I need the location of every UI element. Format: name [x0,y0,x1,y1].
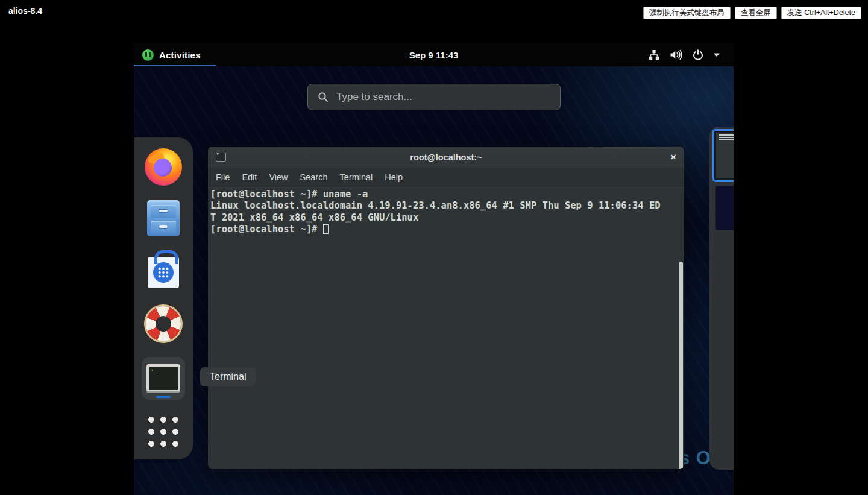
drawer-handle-icon [159,210,168,212]
menu-help[interactable]: Help [379,170,409,184]
gnome-top-bar: Activities Sep 9 11:43 [134,43,734,66]
activities-button[interactable]: Activities [134,43,210,66]
menu-terminal[interactable]: Terminal [334,170,379,184]
terminal-content[interactable]: [root@localhost ~]# uname -a Linux local… [208,186,684,469]
volume-icon [669,49,683,61]
clock-button[interactable]: Sep 9 11:43 [409,43,459,66]
distro-logo-icon [142,49,154,61]
activities-label: Activities [159,50,201,60]
terminal-line: Linux localhost.localdomain 4.19.91-23.4… [210,200,684,212]
drawer-handle-icon [159,225,168,228]
system-menu-button[interactable] [648,43,720,66]
terminal-window: root@localhost:~ × File Edit View Search… [208,147,684,469]
close-icon[interactable]: × [670,147,676,168]
terminal-titlebar[interactable]: root@localhost:~ × [208,147,684,168]
viewer-window-title: alios-8.4 [8,6,42,16]
chevron-down-icon [713,52,720,57]
terminal-app-well: ›_ [142,357,185,400]
dock-item-software[interactable] [134,251,193,288]
activities-active-underline [134,65,216,66]
search-bar [307,84,561,110]
send-ctrl-alt-delete-button[interactable]: 发送 Ctrl+Alt+Delete [781,7,861,19]
dash-dock: ›_ [134,137,193,459]
terminal-window-icon [216,153,226,162]
dock-item-files[interactable] [134,200,193,236]
search-input[interactable] [336,91,535,103]
files-icon [147,200,180,236]
firefox-icon [145,148,182,186]
view-fullscreen-button[interactable]: 查看全屏 [735,7,777,19]
dock-item-help[interactable] [134,306,193,341]
menu-file[interactable]: File [210,170,236,184]
dock-item-show-apps[interactable] [134,414,193,450]
network-icon [648,49,660,61]
terminal-cursor [323,224,329,234]
terminal-icon: ›_ [146,364,180,393]
terminal-prompt-line: [root@localhost ~]# [210,224,684,235]
menu-search[interactable]: Search [294,170,334,184]
terminal-line: [root@localhost ~]# uname -a [210,189,684,200]
workspace-mini-window [716,133,734,178]
dock-item-terminal[interactable]: ›_ [134,357,193,400]
show-apps-icon [145,414,181,450]
running-indicator [156,396,171,398]
power-icon [692,49,704,61]
search-icon [318,92,329,102]
terminal-scrollbar[interactable] [679,262,683,469]
help-lifesaver-icon [141,301,186,346]
force-us-keyboard-button[interactable]: 强制执行美式键盘布局 [643,7,731,19]
viewer-toolbar: 强制执行美式键盘布局 查看全屏 发送 Ctrl+Alt+Delete [643,7,861,19]
terminal-window-title: root@localhost:~ [410,153,482,162]
remote-desktop: s OS Activities Sep 9 11:43 [134,43,734,495]
dock-tooltip: Terminal [200,367,256,386]
menu-view[interactable]: View [263,170,294,184]
workspace-thumbnail-next[interactable] [715,186,734,230]
terminal-line: T 2021 x86_64 x86_64 x86_64 GNU/Linux [210,212,684,224]
workspace-switcher [709,127,734,470]
menu-edit[interactable]: Edit [236,170,263,184]
software-emblem-icon [153,262,174,283]
terminal-menubar: File Edit View Search Terminal Help [208,168,684,186]
dock-item-firefox[interactable] [134,148,193,186]
software-icon [148,257,179,288]
workspace-thumbnail-active[interactable] [712,129,734,182]
